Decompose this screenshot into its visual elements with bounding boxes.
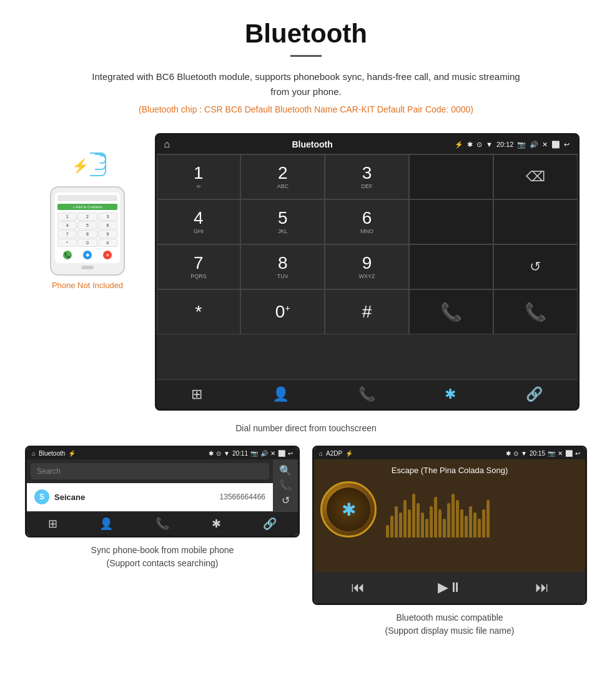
nav-bluetooth-icon[interactable]: ✱ (445, 386, 456, 402)
viz-bar (390, 516, 393, 538)
viz-bar (395, 506, 398, 538)
dial-6[interactable]: 6 MNO (325, 199, 409, 244)
music-close-icon[interactable]: ✕ (558, 450, 563, 457)
dialpad: 1 ∞ 2 ABC 3 DEF ⌫ 4 GHI 5 JKL (157, 154, 578, 379)
window-icon[interactable]: ⬜ (551, 141, 560, 149)
dial-sub-5: JKL (278, 228, 288, 234)
dial-num-6: 6 (362, 209, 372, 227)
pb-home-icon[interactable]: ⌂ (32, 450, 36, 457)
viz-bar (403, 500, 407, 538)
phone-key-3: 3 (98, 212, 117, 221)
music-back-icon[interactable]: ↩ (575, 450, 580, 457)
pb-nav-user-icon[interactable]: 👤 (99, 517, 113, 531)
music-bt-overlay-icon: ✱ (342, 499, 356, 520)
statusbar-right: ⚡ ✱ ⊙ ▼ 20:12 📷 🔊 ✕ ⬜ ↩ (455, 141, 570, 149)
pb-win-icon[interactable]: ⬜ (278, 450, 285, 457)
pb-search-icon[interactable]: 🔍 (279, 464, 292, 476)
music-home-icon[interactable]: ⌂ (319, 450, 323, 457)
pb-nav-phone-icon[interactable]: 📞 (155, 517, 169, 531)
viz-bar (456, 500, 459, 538)
wifi-icon: ▼ (486, 141, 493, 148)
viz-bar (421, 512, 424, 538)
music-statusbar: ⌂ A2DP ⚡ ✱ ⊙ ▼ 20:15 📷 ✕ ⬜ ↩ (314, 448, 585, 459)
phone-call-btn: 📞 (63, 251, 72, 259)
viz-bar (417, 503, 420, 538)
dial-display-4 (409, 244, 493, 289)
phone-keypad: 1 2 3 4 5 6 7 8 9 * 0 # (57, 212, 117, 247)
dial-5[interactable]: 5 JKL (240, 199, 325, 244)
pb-search-bar[interactable]: Search (31, 463, 269, 479)
pb-main: Search S Seicane 13566664466 🔍 📞 ↺ (27, 459, 298, 511)
dial-num-star: * (195, 303, 202, 321)
pb-nav-link-icon[interactable]: 🔗 (263, 517, 277, 531)
pb-close-icon[interactable]: ✕ (270, 450, 275, 457)
viz-bar (452, 494, 455, 538)
dial-sub-7: PQRS (190, 273, 207, 279)
phone-key-7: 7 (57, 230, 77, 238)
dial-2[interactable]: 2 ABC (240, 154, 325, 199)
phone-end-btn: ✕ (103, 251, 112, 259)
music-play-pause-btn[interactable]: ▶⏸ (438, 579, 462, 596)
dial-sub-4: GHI (194, 228, 204, 234)
pb-contact-number: 13566664466 (220, 492, 265, 501)
dial-4[interactable]: 4 GHI (157, 199, 241, 244)
nav-calls-icon[interactable]: 📞 (358, 386, 375, 402)
phone-key-5: 5 (77, 221, 97, 229)
statusbar-time: 20:12 (496, 141, 514, 148)
phone-area: ⚡ ... + Add to Contacts 1 2 3 4 5 6 7 (33, 133, 142, 290)
close-icon[interactable]: ✕ (542, 141, 548, 149)
back-icon[interactable]: ↩ (564, 141, 570, 149)
viz-bar (482, 509, 485, 538)
dial-7[interactable]: 7 PQRS (157, 244, 241, 289)
dial-num-1: 1 (194, 164, 204, 182)
pb-nav-bt-icon[interactable]: ✱ (212, 517, 221, 531)
pb-back-icon[interactable]: ↩ (288, 450, 293, 457)
dial-display-3 (493, 199, 578, 244)
music-controls: ⏮ ▶⏸ ⏭ (314, 572, 585, 603)
pb-nav-grid-icon[interactable]: ⊞ (48, 517, 57, 531)
viz-bar (486, 500, 490, 538)
phone-mock: ... + Add to Contacts 1 2 3 4 5 6 7 8 9 … (50, 186, 125, 276)
dial-0[interactable]: 0+ (240, 289, 325, 334)
pb-usb-icon: ⚡ (68, 450, 76, 457)
pb-statusbar-right: ✱ ⊙ ▼ 20:11 📷 🔊 ✕ ⬜ ↩ (209, 450, 293, 457)
dial-call-red[interactable]: 📞 (493, 289, 578, 334)
music-win-icon[interactable]: ⬜ (565, 450, 573, 457)
dial-display (409, 154, 493, 199)
home-icon[interactable]: ⌂ (164, 139, 170, 150)
pb-content: Search S Seicane 13566664466 (27, 459, 273, 511)
pb-call-icon[interactable]: 📞 (279, 479, 292, 491)
pb-title: Bluetooth (39, 450, 65, 457)
dial-sub-3: DEF (361, 183, 372, 189)
music-wifi-icon: ▼ (521, 450, 527, 457)
dial-3[interactable]: 3 DEF (325, 154, 409, 199)
dial-1[interactable]: 1 ∞ (157, 154, 241, 199)
dial-refresh[interactable]: ↺ (493, 244, 578, 289)
viz-bar (399, 512, 402, 538)
music-prev-btn[interactable]: ⏮ (351, 579, 365, 596)
phone-key-4: 4 (57, 221, 77, 229)
page-title: Bluetooth (37, 19, 575, 49)
dial-star[interactable]: * (157, 289, 241, 334)
music-disc-inner: ✱ (327, 488, 370, 531)
wave-lines (90, 155, 106, 176)
pb-refresh-icon[interactable]: ↺ (282, 494, 290, 506)
bluetooth-wave: ⚡ (69, 152, 106, 183)
nav-link-icon[interactable]: 🔗 (526, 386, 543, 402)
nav-contacts-icon[interactable]: 👤 (272, 386, 289, 402)
viz-bar (443, 519, 446, 538)
phone-key-1: 1 (57, 212, 77, 221)
dial-8[interactable]: 8 TUV (240, 244, 325, 289)
dial-9[interactable]: 9 WXYZ (325, 244, 409, 289)
viz-bar (408, 509, 411, 538)
dial-backspace[interactable]: ⌫ (493, 154, 578, 199)
viz-bar (465, 516, 468, 538)
dial-call-green[interactable]: 📞 (409, 289, 493, 334)
pb-contact-row[interactable]: S Seicane 13566664466 (27, 483, 273, 511)
viz-bar (434, 497, 437, 538)
statusbar-title: Bluetooth (292, 139, 332, 149)
dial-hash[interactable]: # (325, 289, 409, 334)
nav-dialpad-icon[interactable]: ⊞ (191, 386, 202, 402)
pb-bottom-nav: ⊞ 👤 📞 ✱ 🔗 (27, 511, 298, 536)
music-next-btn[interactable]: ⏭ (535, 579, 549, 596)
